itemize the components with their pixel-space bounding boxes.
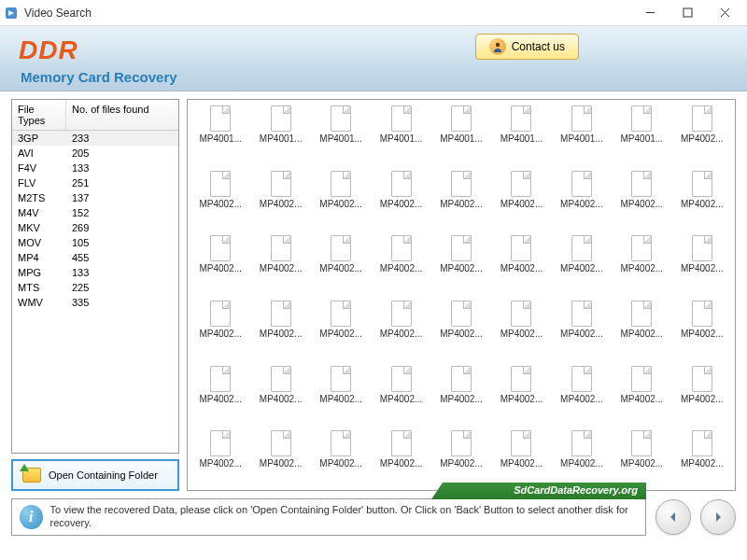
file-item[interactable]: MP4002...	[553, 171, 611, 225]
file-item[interactable]: MP4002...	[372, 366, 430, 420]
file-item[interactable]: MP4002...	[553, 430, 611, 484]
file-item[interactable]: MP4001...	[432, 105, 490, 160]
file-item[interactable]: MP4002...	[372, 430, 430, 484]
file-item[interactable]: MP4002...	[553, 301, 611, 355]
file-item[interactable]: MP4001...	[312, 105, 370, 160]
filetype-count: 269	[66, 220, 178, 235]
document-icon	[210, 366, 231, 392]
document-icon	[511, 235, 531, 261]
file-item[interactable]: MP4002...	[312, 366, 370, 420]
filetype-row[interactable]: AVI205	[12, 146, 178, 161]
file-item[interactable]: MP4002...	[432, 171, 490, 225]
file-item[interactable]: MP4002...	[251, 366, 309, 420]
file-label: MP4002...	[380, 394, 423, 404]
file-item[interactable]: MP4001...	[613, 105, 670, 160]
file-item[interactable]: MP4002...	[673, 105, 731, 160]
file-item[interactable]: MP4002...	[312, 430, 370, 484]
filetype-row[interactable]: 3GP233	[12, 131, 178, 146]
file-item[interactable]: MP4002...	[312, 235, 370, 289]
file-item[interactable]: MP4002...	[191, 235, 249, 289]
file-item[interactable]: MP4002...	[191, 301, 249, 355]
filetype-name: MPG	[12, 265, 66, 280]
next-button[interactable]	[700, 499, 736, 535]
file-label: MP4001...	[500, 133, 543, 144]
file-label: MP4002...	[260, 329, 303, 339]
file-item[interactable]: MP4002...	[492, 301, 550, 355]
file-item[interactable]: MP4002...	[673, 235, 731, 289]
file-item[interactable]: MP4002...	[613, 235, 670, 289]
filetype-row[interactable]: M2TS137	[12, 190, 178, 205]
file-grid[interactable]: MP4001...MP4001...MP4001...MP4001...MP40…	[188, 100, 735, 490]
file-label: MP4002...	[199, 458, 242, 469]
file-item[interactable]: MP4002...	[673, 301, 731, 355]
file-item[interactable]: MP4002...	[312, 301, 370, 355]
document-icon	[331, 235, 351, 261]
back-button[interactable]	[655, 499, 691, 535]
file-item[interactable]: MP4002...	[613, 171, 670, 225]
file-item[interactable]: MP4002...	[372, 301, 430, 355]
file-item[interactable]: MP4002...	[251, 171, 309, 225]
file-item[interactable]: MP4002...	[432, 430, 490, 484]
filetype-row[interactable]: M4V152	[12, 205, 178, 220]
file-item[interactable]: MP4002...	[432, 366, 490, 420]
filetype-name: MKV	[12, 220, 66, 235]
file-item[interactable]: MP4002...	[372, 171, 430, 225]
filetype-row[interactable]: MKV269	[12, 220, 178, 235]
filetype-row[interactable]: MOV105	[12, 235, 178, 250]
filetype-row[interactable]: WMV335	[12, 295, 178, 310]
filetype-row[interactable]: F4V133	[12, 161, 178, 175]
file-item[interactable]: MP4002...	[492, 171, 550, 225]
file-item[interactable]: MP4002...	[191, 171, 249, 225]
open-containing-folder-button[interactable]: Open Containing Folder	[11, 459, 179, 491]
file-item[interactable]: MP4002...	[191, 366, 249, 420]
file-item[interactable]: MP4002...	[251, 235, 309, 289]
file-item[interactable]: MP4002...	[673, 430, 731, 484]
file-item[interactable]: MP4002...	[492, 366, 550, 420]
file-item[interactable]: MP4002...	[492, 235, 550, 289]
file-item[interactable]: MP4002...	[553, 235, 611, 289]
document-icon	[692, 235, 712, 261]
file-item[interactable]: MP4002...	[251, 430, 309, 484]
filetype-name: M4V	[12, 205, 66, 220]
file-label: MP4002...	[621, 263, 664, 273]
col-count[interactable]: No. of files found	[66, 100, 178, 130]
file-item[interactable]: MP4002...	[613, 366, 670, 420]
file-item[interactable]: MP4002...	[372, 235, 430, 289]
file-item[interactable]: MP4001...	[492, 105, 550, 160]
contact-us-button[interactable]: Contact us	[475, 34, 579, 60]
file-item[interactable]: MP4001...	[372, 105, 430, 160]
document-icon	[210, 301, 231, 327]
minimize-button[interactable]	[631, 1, 669, 25]
file-item[interactable]: MP4002...	[432, 301, 490, 355]
document-icon	[571, 105, 592, 132]
close-button[interactable]	[706, 1, 743, 25]
document-icon	[511, 430, 531, 456]
file-item[interactable]: MP4002...	[613, 301, 670, 355]
col-filetypes[interactable]: File Types	[12, 100, 66, 130]
filetype-row[interactable]: FLV251	[12, 175, 178, 190]
file-item[interactable]: MP4002...	[673, 366, 731, 420]
file-item[interactable]: MP4002...	[492, 430, 550, 484]
filetype-row[interactable]: MP4455	[12, 250, 178, 265]
file-label: MP4001...	[380, 133, 423, 144]
file-item[interactable]: MP4001...	[553, 105, 611, 160]
filetype-row[interactable]: MTS225	[12, 280, 178, 295]
file-label: MP4002...	[681, 263, 724, 273]
file-item[interactable]: MP4002...	[613, 430, 670, 484]
file-item[interactable]: MP4002...	[191, 430, 249, 484]
file-item[interactable]: MP4002...	[312, 171, 370, 225]
filetypes-table[interactable]: File Types No. of files found 3GP233AVI2…	[11, 99, 179, 454]
file-label: MP4002...	[260, 394, 303, 404]
file-item[interactable]: MP4001...	[191, 105, 249, 160]
document-icon	[331, 430, 351, 456]
file-item[interactable]: MP4002...	[553, 366, 611, 420]
file-label: MP4002...	[560, 458, 603, 469]
file-item[interactable]: MP4002...	[432, 235, 490, 289]
maximize-button[interactable]	[669, 1, 706, 25]
file-item[interactable]: MP4002...	[673, 171, 731, 225]
file-item[interactable]: MP4002...	[251, 301, 309, 355]
document-icon	[210, 235, 231, 261]
document-icon	[571, 235, 592, 261]
filetype-row[interactable]: MPG133	[12, 265, 178, 280]
file-item[interactable]: MP4001...	[251, 105, 309, 160]
